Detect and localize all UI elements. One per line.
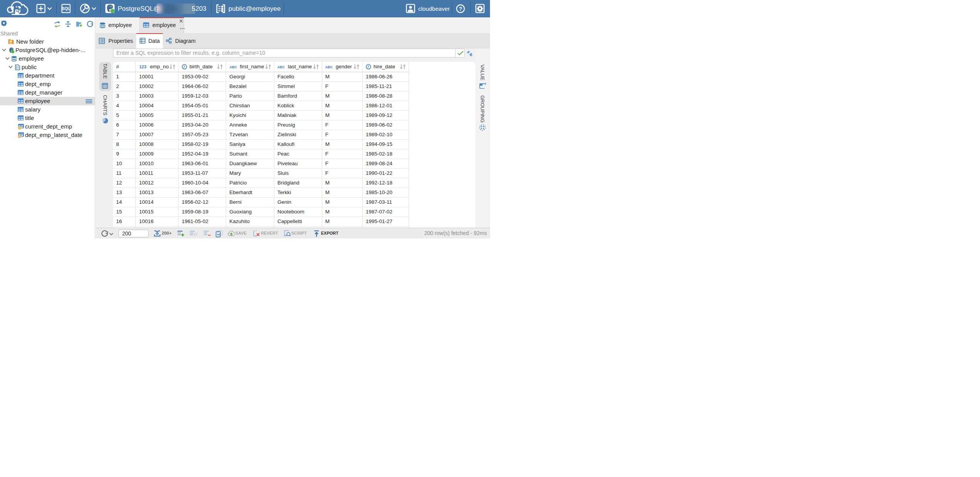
svg-text:ABC: ABC (230, 65, 237, 68)
svg-text:ABC: ABC (325, 65, 333, 68)
svg-text:(+): (+) (194, 232, 198, 236)
svg-text:?: ? (459, 6, 462, 12)
svg-text:ABC: ABC (277, 65, 285, 68)
svg-text:SQL: SQL (62, 6, 70, 11)
svg-text:123: 123 (139, 64, 146, 69)
